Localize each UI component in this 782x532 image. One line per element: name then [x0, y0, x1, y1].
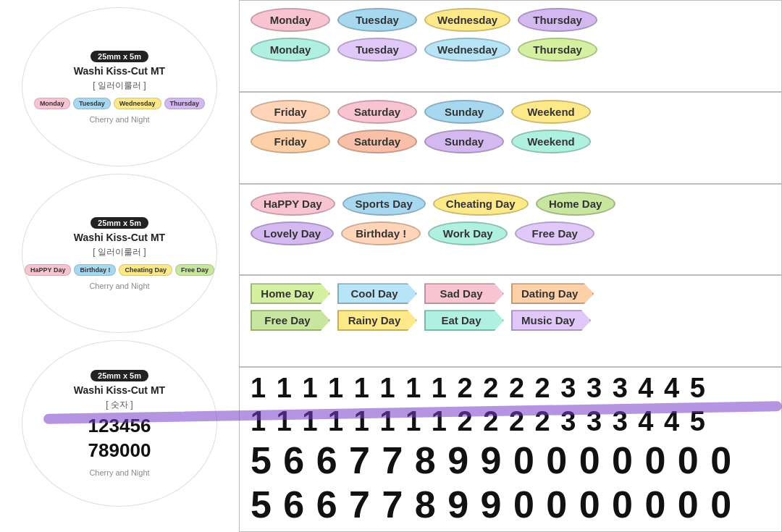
title-sub-2: [ 일러이룰러 ] — [93, 246, 146, 258]
number-row-3: 5 6 6 7 7 8 9 9 0 0 0 0 0 0 0 — [251, 440, 770, 481]
sticker-home-day-1: Home Day — [536, 192, 615, 216]
sticker-monday-1: Monday — [251, 8, 330, 32]
title-sub-3: [ 숫자 ] — [106, 399, 133, 411]
mini-sticker: Free Day — [175, 264, 214, 276]
sticker-row: Free Day Rainy Day Eat Day Music Day — [251, 310, 770, 331]
mini-sticker: Thursday — [164, 98, 206, 109]
sticker-wednesday-2: Wednesday — [424, 38, 510, 62]
size-badge-1: 25mm x 5m — [91, 51, 148, 62]
sticker-cheating-day: Cheating Day — [433, 192, 529, 216]
mini-sticker: HaPPY Day — [25, 264, 71, 276]
sticker-friday-1: Friday — [251, 100, 330, 124]
sticker-saturday-2: Saturday — [337, 130, 417, 153]
mini-sticker: Cheating Day — [119, 264, 172, 276]
sticker-friday-2: Friday — [251, 130, 330, 153]
sticker-thursday-2: Thursday — [518, 38, 597, 62]
sticker-sunday-1: Sunday — [424, 100, 504, 124]
sticker-row: Friday Saturday Sunday Weekend — [251, 100, 770, 124]
sticker-wednesday-1: Wednesday — [424, 8, 510, 32]
sticker-dating-day: Dating Day — [511, 283, 594, 304]
sticker-eat-day: Eat Day — [424, 310, 504, 331]
mini-sticker: Wednesday — [114, 98, 161, 109]
sticker-row: HaPPY Day Sports Day Cheating Day Home D… — [251, 192, 770, 216]
sticker-saturday-1: Saturday — [337, 100, 417, 124]
sticker-row: Monday Tuesday Wednesday Thursday — [251, 8, 770, 32]
title-main-1: Washi Kiss-Cut MT — [74, 65, 165, 77]
title-sub-1: [ 일러이룰러 ] — [93, 80, 146, 92]
title-main-3: Washi Kiss-Cut MT — [74, 384, 165, 396]
panel-weekdays-1: Monday Tuesday Wednesday Thursday Monday… — [239, 0, 782, 92]
right-column: Monday Tuesday Wednesday Thursday Monday… — [239, 0, 782, 532]
panel-days-2: Home Day Cool Day Sad Day Dating Day Fre… — [239, 275, 782, 367]
sticker-weekend-2: Weekend — [511, 130, 591, 153]
sticker-sports-day: Sports Day — [342, 192, 426, 216]
sticker-row: Home Day Cool Day Sad Day Dating Day — [251, 283, 770, 304]
number-row-1: 1 1 1 1 1 1 1 1 2 2 2 2 3 3 3 4 4 5 — [251, 373, 770, 404]
panel-weekdays-2: Friday Saturday Sunday Weekend Friday Sa… — [239, 92, 782, 184]
panel-days-1: HaPPY Day Sports Day Cheating Day Home D… — [239, 184, 782, 276]
sticker-music-day: Music Day — [511, 310, 591, 331]
sticker-lovely-day: Lovely Day — [251, 221, 334, 245]
sticker-thursday-1: Thursday — [518, 8, 597, 32]
sticker-weekend-1: Weekend — [511, 100, 591, 124]
sticker-cool-day: Cool Day — [337, 283, 417, 304]
sticker-row: Friday Saturday Sunday Weekend — [251, 130, 770, 153]
sticker-row: Lovely Day Birthday ! Work Day Free Day — [251, 221, 770, 245]
circle-card-2: 25mm x 5m Washi Kiss-Cut MT [ 일러이룰러 ] Ha… — [22, 174, 217, 333]
left-column: 25mm x 5m Washi Kiss-Cut MT [ 일러이룰러 ] Mo… — [0, 0, 239, 532]
sticker-free-day-1: Free Day — [515, 221, 594, 245]
brand-1: Cherry and Night — [89, 115, 149, 124]
sticker-happy-day: HaPPY Day — [251, 192, 335, 216]
circle-card-1: 25mm x 5m Washi Kiss-Cut MT [ 일러이룰러 ] Mo… — [22, 7, 217, 166]
number-row-4: 5 6 6 7 7 8 9 9 0 0 0 0 0 0 0 — [251, 484, 770, 525]
panel-numbers: 1 1 1 1 1 1 1 1 2 2 2 2 3 3 3 4 4 5 1 1 … — [239, 367, 782, 532]
sticker-preview-1: Monday Tuesday Wednesday Thursday — [34, 98, 205, 109]
title-main-2: Washi Kiss-Cut MT — [74, 232, 165, 243]
numbers-content: 1 1 1 1 1 1 1 1 2 2 2 2 3 3 3 4 4 5 1 1 … — [240, 368, 781, 531]
sticker-birthday: Birthday ! — [341, 221, 421, 245]
mini-sticker: Tuesday — [73, 98, 111, 109]
sticker-work-day: Work Day — [428, 221, 508, 245]
sticker-tuesday-1: Tuesday — [337, 8, 417, 32]
sticker-sunday-2: Sunday — [424, 130, 504, 153]
sticker-tuesday-2: Tuesday — [337, 38, 417, 62]
sticker-sad-day: Sad Day — [424, 283, 504, 304]
sticker-free-day-2: Free Day — [251, 310, 330, 331]
mini-sticker: Birthday ! — [74, 264, 116, 276]
size-badge-3: 25mm x 5m — [91, 370, 148, 381]
sticker-home-day-2: Home Day — [251, 283, 330, 304]
sticker-preview-2: HaPPY Day Birthday ! Cheating Day Free D… — [25, 264, 214, 276]
mini-sticker: Monday — [34, 98, 70, 109]
sticker-row: Monday Tuesday Wednesday Thursday — [251, 38, 770, 62]
brand-3: Cherry and Night — [89, 468, 149, 477]
brand-2: Cherry and Night — [89, 282, 149, 290]
size-badge-2: 25mm x 5m — [91, 217, 148, 229]
sticker-rainy-day: Rainy Day — [337, 310, 417, 331]
sticker-monday-2: Monday — [251, 38, 330, 62]
